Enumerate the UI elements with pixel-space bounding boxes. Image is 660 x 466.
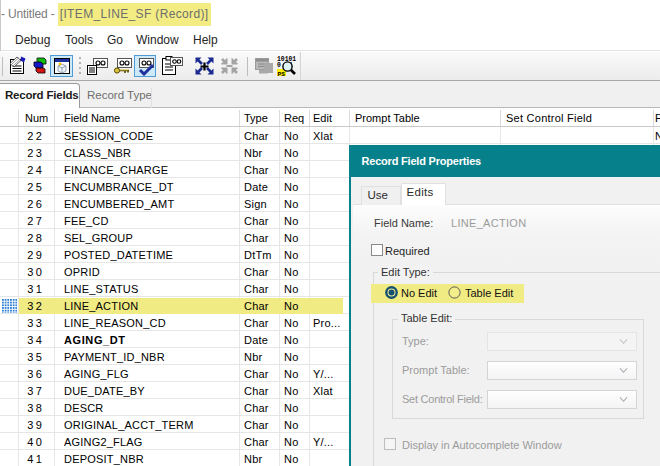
svg-text:0: 0 [277,62,281,69]
svg-text:PS: PS [278,71,286,78]
